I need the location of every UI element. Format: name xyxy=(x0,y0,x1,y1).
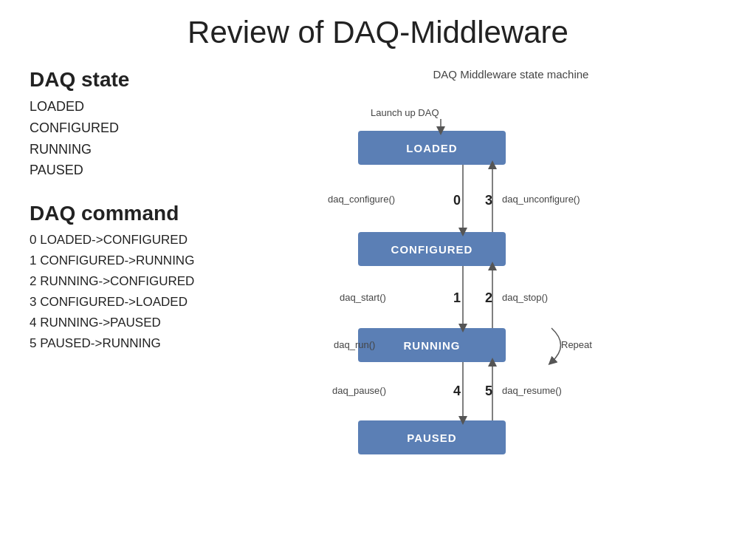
svg-text:Repeat: Repeat xyxy=(561,339,592,350)
state-list: LOADED CONFIGURED RUNNING PAUSED xyxy=(30,96,281,181)
state-box-configured: CONFIGURED xyxy=(358,232,506,266)
list-item: CONFIGURED xyxy=(30,117,281,139)
svg-text:daq_unconfigure(): daq_unconfigure() xyxy=(502,194,580,205)
list-item: 1 CONFIGURED->RUNNING xyxy=(30,251,281,271)
svg-text:3: 3 xyxy=(485,193,492,208)
daq-command-title: DAQ command xyxy=(30,202,281,225)
list-item: RUNNING xyxy=(30,139,281,160)
list-item: PAUSED xyxy=(30,160,281,181)
svg-text:daq_start(): daq_start() xyxy=(340,292,386,303)
state-box-running: RUNNING xyxy=(358,328,506,362)
left-panel: DAQ state LOADED CONFIGURED RUNNING PAUS… xyxy=(30,68,281,487)
svg-text:daq_resume(): daq_resume() xyxy=(502,385,562,396)
svg-text:2: 2 xyxy=(485,290,492,305)
svg-text:Launch up DAQ: Launch up DAQ xyxy=(371,107,439,118)
svg-text:4: 4 xyxy=(453,384,461,398)
list-item: 3 CONFIGURED->LOADED xyxy=(30,292,281,313)
page: Review of DAQ-Middleware DAQ state LOADE… xyxy=(0,0,756,535)
svg-text:daq_stop(): daq_stop() xyxy=(502,292,548,303)
list-item: 4 RUNNING->PAUSED xyxy=(30,313,281,333)
state-box-paused: PAUSED xyxy=(358,420,506,454)
list-item: 5 PAUSED->RUNNING xyxy=(30,333,281,354)
state-box-loaded: LOADED xyxy=(358,131,506,165)
main-title: Review of DAQ-Middleware xyxy=(30,15,726,50)
svg-text:daq_configure(): daq_configure() xyxy=(328,194,395,205)
diagram-container: LOADED CONFIGURED RUNNING PAUSED xyxy=(281,88,726,487)
svg-text:5: 5 xyxy=(485,384,492,398)
daq-state-title: DAQ state xyxy=(30,68,281,92)
list-item: 0 LOADED->CONFIGURED xyxy=(30,230,281,251)
svg-text:daq_pause(): daq_pause() xyxy=(332,385,386,396)
command-list: 0 LOADED->CONFIGURED 1 CONFIGURED->RUNNI… xyxy=(30,230,281,354)
list-item: LOADED xyxy=(30,96,281,117)
list-item: 2 RUNNING->CONFIGURED xyxy=(30,271,281,292)
svg-text:1: 1 xyxy=(453,290,461,305)
content-area: DAQ state LOADED CONFIGURED RUNNING PAUS… xyxy=(30,68,726,487)
svg-text:0: 0 xyxy=(453,193,461,208)
diagram-title: DAQ Middleware state machine xyxy=(295,68,726,81)
right-panel: DAQ Middleware state machine LOADED CONF… xyxy=(281,68,726,487)
